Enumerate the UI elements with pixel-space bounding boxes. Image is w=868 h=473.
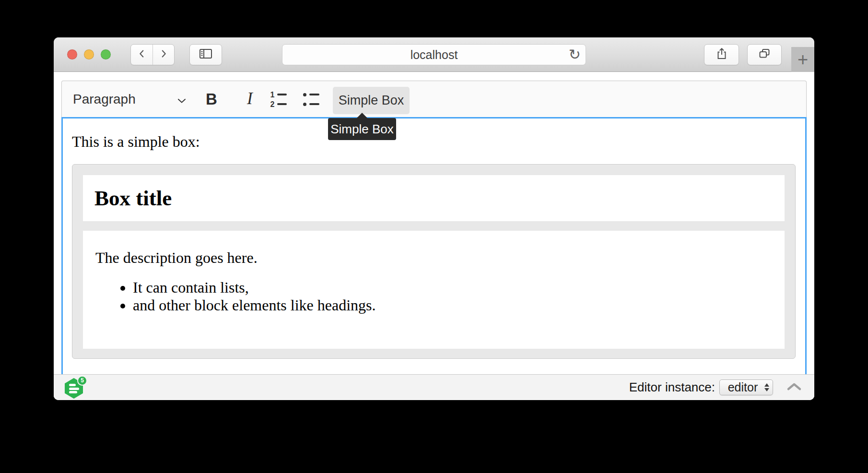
numbered-list-icon: 1 xyxy=(270,92,287,97)
plus-icon: + xyxy=(798,50,808,69)
simple-box-button[interactable]: Simple Box xyxy=(333,87,410,114)
ckeditor-logo-badge[interactable]: 5 xyxy=(65,378,83,399)
share-icon xyxy=(715,47,728,62)
bulleted-list-icon xyxy=(302,92,319,97)
back-button[interactable] xyxy=(131,45,152,65)
statusbar-right-group: Editor instance: editor xyxy=(629,375,814,400)
simple-box-widget[interactable]: Box title The description goes here. It … xyxy=(72,164,796,359)
list-item: and other block elements like headings. xyxy=(133,296,785,314)
inspector-statusbar: 5 Editor instance: editor xyxy=(54,374,814,400)
new-tab-button[interactable]: + xyxy=(791,47,814,72)
simple-box-title-section[interactable]: Box title xyxy=(83,175,785,221)
share-button[interactable] xyxy=(704,44,739,65)
address-bar-url: localhost xyxy=(411,48,458,62)
simple-box-tooltip: Simple Box xyxy=(328,118,396,140)
bulleted-list-button[interactable] xyxy=(302,91,319,108)
forward-chevron-icon xyxy=(158,48,169,61)
italic-button[interactable]: I xyxy=(247,89,253,109)
list-item: It can contain lists, xyxy=(133,279,785,296)
heading-dropdown[interactable]: Paragraph xyxy=(73,92,136,106)
desktop-background: localhost ↻ xyxy=(0,0,868,473)
editor-instance-label: Editor instance: xyxy=(629,380,715,395)
description-list: It can contain lists, and other block el… xyxy=(95,279,785,314)
box-title-heading: Box title xyxy=(83,175,785,221)
editor-content-area[interactable]: This is a simple box: Box title The desc… xyxy=(61,117,807,400)
editor-toolbar: Paragraph B I 1 2 xyxy=(61,81,807,117)
sidebar-toggle-button[interactable] xyxy=(189,44,222,65)
minimize-window-button[interactable] xyxy=(84,49,94,59)
zoom-window-button[interactable] xyxy=(101,49,111,59)
page-viewport: Paragraph B I 1 2 xyxy=(54,72,814,400)
address-bar[interactable]: localhost ↻ xyxy=(282,44,586,65)
close-window-button[interactable] xyxy=(67,49,77,59)
collapse-panel-button[interactable] xyxy=(786,382,802,393)
safari-window: localhost ↻ xyxy=(54,37,814,400)
select-arrows-icon xyxy=(764,380,769,395)
tab-overview-button[interactable] xyxy=(747,44,782,65)
intro-paragraph: This is a simple box: xyxy=(72,132,796,151)
numbered-list-button[interactable]: 1 2 xyxy=(270,91,287,108)
editor-count-badge: 5 xyxy=(77,376,87,386)
back-chevron-icon xyxy=(137,48,147,61)
sidebar-icon xyxy=(199,48,212,61)
tabs-icon xyxy=(758,47,771,62)
reload-icon[interactable]: ↻ xyxy=(569,46,581,63)
chevron-down-icon[interactable] xyxy=(177,97,186,106)
browser-titlebar: localhost ↻ xyxy=(54,37,814,72)
chevron-up-icon xyxy=(786,382,802,393)
forward-button[interactable] xyxy=(152,45,174,65)
description-paragraph: The description goes here. xyxy=(95,248,785,267)
history-nav-group xyxy=(130,44,175,65)
simple-box-description-section[interactable]: The description goes here. It can contai… xyxy=(83,231,785,349)
editor-instance-select[interactable]: editor xyxy=(719,379,773,395)
bold-button[interactable]: B xyxy=(206,90,217,109)
